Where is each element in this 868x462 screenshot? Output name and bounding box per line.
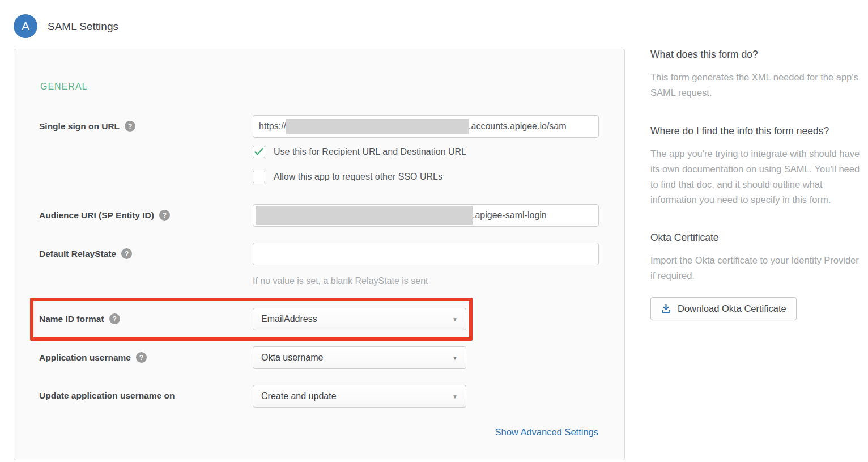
audience-uri-help-icon[interactable]: ? — [159, 210, 170, 221]
download-okta-certificate-button[interactable]: Download Okta Certificate — [650, 297, 797, 320]
relay-state-label: Default RelayState ? — [39, 248, 132, 259]
sso-url-label-text: Single sign on URL — [39, 121, 120, 132]
check-icon — [254, 148, 263, 156]
sidebar-heading: Where do I find the info this form needs… — [650, 124, 862, 138]
application-username-help-icon[interactable]: ? — [136, 352, 147, 363]
other-sso-checkbox-label: Allow this app to request other SSO URLs — [274, 172, 442, 182]
sidebar-body: This form generates the XML needed for t… — [650, 70, 862, 100]
saml-settings-form-panel: GENERAL Single sign on URL ? https:// .a… — [14, 49, 625, 460]
step-a-badge-letter: A — [22, 19, 29, 33]
sso-url-label: Single sign on URL ? — [39, 121, 135, 132]
other-sso-checkbox-row: Allow this app to request other SSO URLs — [253, 171, 442, 183]
update-username-label: Update application username on — [39, 391, 175, 401]
sso-url-help-icon[interactable]: ? — [125, 121, 135, 132]
name-id-format-label-text: Name ID format — [39, 314, 104, 324]
download-icon — [661, 303, 671, 314]
other-sso-checkbox[interactable] — [253, 171, 265, 183]
audience-uri-label-text: Audience URI (SP Entity ID) — [39, 210, 154, 221]
recipient-url-checkbox-label: Use this for Recipient URL and Destinati… — [274, 147, 466, 157]
update-username-select[interactable]: Create and update ▼ — [253, 385, 466, 408]
saml-settings-page: A SAML Settings GENERAL Single sign on U… — [0, 0, 868, 462]
general-section-title: GENERAL — [40, 82, 87, 92]
sso-url-input[interactable]: https:// .accounts.apigee.io/sam — [253, 115, 599, 138]
show-advanced-settings-link[interactable]: Show Advanced Settings — [495, 427, 598, 438]
name-id-format-value: EmailAddress — [261, 314, 317, 324]
sidebar-body: Import the Okta certificate to your Iden… — [650, 253, 862, 283]
sso-url-redaction — [286, 119, 469, 134]
relay-state-help-icon[interactable]: ? — [121, 248, 132, 259]
sidebar-section-what: What does this form do? This form genera… — [650, 48, 862, 100]
application-username-label: Application username ? — [39, 352, 147, 363]
relay-state-input[interactable] — [253, 243, 599, 265]
name-id-format-help-icon[interactable]: ? — [109, 313, 120, 324]
dropdown-arrow-icon: ▼ — [452, 316, 458, 323]
sidebar-section-certificate: Okta Certificate Import the Okta certifi… — [650, 231, 862, 283]
download-button-label: Download Okta Certificate — [678, 303, 786, 314]
sidebar-heading: What does this form do? — [650, 48, 862, 61]
audience-uri-input[interactable]: .apigee-saml-login — [253, 204, 599, 227]
update-username-value: Create and update — [261, 391, 337, 401]
dropdown-arrow-icon: ▼ — [452, 393, 458, 400]
audience-uri-label: Audience URI (SP Entity ID) ? — [39, 210, 170, 221]
sidebar-body: The app you're trying to integrate with … — [650, 146, 862, 207]
sso-url-value-suffix: .accounts.apigee.io/sam — [469, 121, 567, 132]
name-id-format-label: Name ID format ? — [39, 313, 120, 324]
help-sidebar: What does this form do? This form genera… — [650, 48, 862, 320]
application-username-value: Okta username — [261, 353, 323, 363]
relay-state-hint: If no value is set, a blank RelayState i… — [253, 276, 428, 286]
dropdown-arrow-icon: ▼ — [452, 355, 458, 361]
update-username-label-text: Update application username on — [39, 391, 175, 401]
relay-state-label-text: Default RelayState — [39, 249, 116, 259]
audience-uri-redaction — [256, 206, 473, 225]
sidebar-section-where: Where do I find the info this form needs… — [650, 124, 862, 207]
name-id-format-select[interactable]: EmailAddress ▼ — [253, 308, 466, 330]
step-a-badge: A — [14, 14, 37, 38]
sso-url-value-prefix: https:// — [259, 121, 286, 132]
recipient-url-checkbox-row: Use this for Recipient URL and Destinati… — [253, 146, 466, 158]
page-title: SAML Settings — [48, 20, 118, 33]
audience-uri-value-suffix: .apigee-saml-login — [473, 210, 547, 221]
application-username-label-text: Application username — [39, 353, 131, 363]
application-username-select[interactable]: Okta username ▼ — [253, 346, 466, 369]
recipient-url-checkbox[interactable] — [253, 146, 265, 158]
sidebar-heading: Okta Certificate — [650, 231, 862, 244]
